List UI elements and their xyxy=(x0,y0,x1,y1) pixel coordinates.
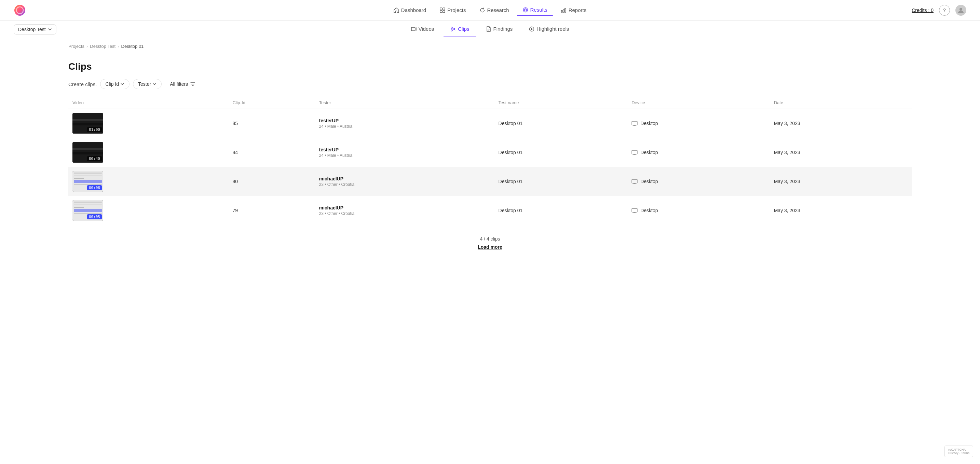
clip-count: 4 / 4 clips xyxy=(68,236,912,242)
svg-rect-31 xyxy=(632,180,637,183)
table-row[interactable]: 00:40 84 testerUP 24 • Male • Austria De… xyxy=(68,138,912,167)
video-icon xyxy=(411,26,417,32)
cell-date: May 3, 2023 xyxy=(770,196,912,225)
breadcrumb-sep-1: › xyxy=(86,44,88,49)
tab-findings[interactable]: Findings xyxy=(479,21,520,37)
filter-icon xyxy=(190,81,196,87)
table-row[interactable]: 01:00 85 testerUP 24 • Male • Austria De… xyxy=(68,109,912,138)
monitor-icon xyxy=(632,208,638,213)
video-thumbnail[interactable]: 01:00 xyxy=(72,113,103,133)
tester-info: 23 • Other • Croatia xyxy=(319,182,490,187)
tester-info: 23 • Other • Croatia xyxy=(319,211,490,216)
svg-point-12 xyxy=(959,8,962,11)
clips-table: Video Clip-Id Tester Test name Device Da… xyxy=(68,97,912,225)
breadcrumb: Projects › Desktop Test › Desktop 01 xyxy=(0,38,980,54)
help-icon[interactable]: ? xyxy=(939,5,950,16)
cell-test-name: Desktop 01 xyxy=(495,196,628,225)
svg-rect-11 xyxy=(565,8,566,12)
table-row[interactable]: 00:05 79 michaelUP 23 • Other • Croatia … xyxy=(68,196,912,225)
cell-test-name: Desktop 01 xyxy=(495,138,628,167)
cell-clip-id: 79 xyxy=(228,196,315,225)
nav-item-projects[interactable]: Projects xyxy=(434,5,471,16)
video-thumbnail[interactable]: 00:40 xyxy=(72,142,103,163)
avatar-icon xyxy=(958,7,964,14)
nav-label-reports: Reports xyxy=(569,7,587,13)
tab-findings-label: Findings xyxy=(493,26,513,32)
table-header: Video Clip-Id Tester Test name Device Da… xyxy=(68,97,912,109)
clip-id-filter[interactable]: Clip Id xyxy=(100,79,129,89)
create-clips-label: Create clips. xyxy=(68,81,97,87)
clip-id-filter-label: Clip Id xyxy=(105,81,119,87)
main-nav-links: Dashboard Projects Research xyxy=(388,4,592,16)
cell-video[interactable]: 01:00 xyxy=(68,109,228,138)
table-row[interactable]: 00:08 80 michaelUP 23 • Other • Croatia … xyxy=(68,167,912,196)
grid-icon xyxy=(440,8,445,13)
refresh-icon xyxy=(479,8,485,13)
nav-item-reports[interactable]: Reports xyxy=(555,5,592,16)
cell-tester: michaelUP 23 • Other • Croatia xyxy=(315,167,494,196)
video-thumbnail[interactable]: 00:05 xyxy=(72,200,103,221)
app-logo[interactable] xyxy=(14,4,26,16)
cell-date: May 3, 2023 xyxy=(770,167,912,196)
cell-video[interactable]: 00:40 xyxy=(68,138,228,167)
svg-rect-9 xyxy=(562,10,562,12)
page-title: Clips xyxy=(68,61,912,72)
tester-name: testerUP xyxy=(319,118,490,123)
all-filters-label: All filters xyxy=(170,81,188,87)
user-avatar[interactable] xyxy=(955,5,966,16)
cell-date: May 3, 2023 xyxy=(770,109,912,138)
breadcrumb-desktop-test[interactable]: Desktop Test xyxy=(90,44,116,49)
home-icon xyxy=(394,8,399,13)
tab-clips[interactable]: Clips xyxy=(444,21,476,37)
project-selector[interactable]: Desktop Test xyxy=(14,24,56,35)
col-test-name: Test name xyxy=(495,97,628,109)
tab-highlight-reels[interactable]: Highlight reels xyxy=(522,21,576,37)
cell-test-name: Desktop 01 xyxy=(495,109,628,138)
cell-device: Desktop xyxy=(627,196,770,225)
credits-link[interactable]: Credits : 0 xyxy=(912,8,934,13)
file-icon xyxy=(486,26,492,32)
video-thumbnail[interactable]: 00:08 xyxy=(72,171,103,192)
play-icon xyxy=(529,26,535,32)
nav-item-results[interactable]: Results xyxy=(517,4,553,16)
breadcrumb-sep-2: › xyxy=(118,44,119,49)
tester-filter[interactable]: Tester xyxy=(133,79,162,89)
cell-date: May 3, 2023 xyxy=(770,138,912,167)
nav-right: Credits : 0 ? xyxy=(912,5,966,16)
duration-badge: 00:05 xyxy=(87,214,102,219)
svg-point-8 xyxy=(525,10,526,10)
nav-label-research: Research xyxy=(487,7,509,13)
svg-rect-5 xyxy=(443,11,445,13)
load-more-button[interactable]: Load more xyxy=(478,244,502,250)
monitor-icon xyxy=(632,179,638,184)
all-filters-button[interactable]: All filters xyxy=(165,79,200,89)
filter-bar: Create clips. Clip Id Tester All filters xyxy=(68,79,912,89)
tab-videos[interactable]: Videos xyxy=(404,21,441,37)
bar-chart-icon xyxy=(561,8,566,13)
cell-clip-id: 84 xyxy=(228,138,315,167)
nav-label-projects: Projects xyxy=(447,7,466,13)
target-icon xyxy=(523,7,528,13)
breadcrumb-projects[interactable]: Projects xyxy=(68,44,84,49)
top-nav: Dashboard Projects Research xyxy=(0,0,980,21)
nav-label-results: Results xyxy=(530,7,547,13)
logo-area xyxy=(14,4,26,16)
secondary-nav: Desktop Test Videos Clips Findings xyxy=(0,21,980,38)
tester-name: testerUP xyxy=(319,147,490,153)
pagination-section: 4 / 4 clips Load more xyxy=(68,236,912,250)
cell-video[interactable]: 00:08 xyxy=(68,167,228,196)
nav-item-dashboard[interactable]: Dashboard xyxy=(388,5,431,16)
tester-filter-label: Tester xyxy=(138,81,151,87)
svg-rect-3 xyxy=(443,8,445,10)
cell-test-name: Desktop 01 xyxy=(495,167,628,196)
breadcrumb-desktop-01: Desktop 01 xyxy=(121,44,144,49)
table-body: 01:00 85 testerUP 24 • Male • Austria De… xyxy=(68,109,912,225)
cell-device: Desktop xyxy=(627,167,770,196)
tab-videos-label: Videos xyxy=(418,26,434,32)
cell-tester: testerUP 24 • Male • Austria xyxy=(315,109,494,138)
tab-highlight-reels-label: Highlight reels xyxy=(536,26,569,32)
col-video: Video xyxy=(68,97,228,109)
cell-video[interactable]: 00:05 xyxy=(68,196,228,225)
duration-badge: 00:40 xyxy=(87,156,102,161)
nav-item-research[interactable]: Research xyxy=(474,5,514,16)
